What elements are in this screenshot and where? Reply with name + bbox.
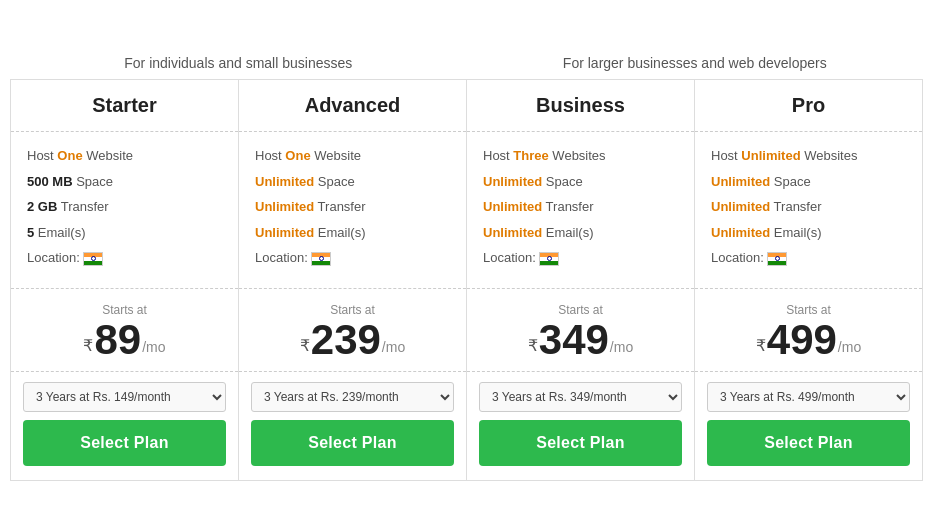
plan-dropdown-pro[interactable]: 3 Years at Rs. 499/month2 Years at Rs. 4…: [707, 382, 910, 412]
plan-select-area-pro: 3 Years at Rs. 499/month2 Years at Rs. 4…: [695, 372, 922, 480]
plan-dropdown-business[interactable]: 3 Years at Rs. 349/month2 Years at Rs. 3…: [479, 382, 682, 412]
section-header-right: For larger businesses and web developers: [467, 47, 924, 79]
feature-item-starter-0: Host One Website: [27, 146, 222, 166]
feature-item-pro-3: Unlimited Email(s): [711, 223, 906, 243]
price-amount-advanced: 239: [311, 319, 381, 361]
feature-item-starter-3: 5 Email(s): [27, 223, 222, 243]
india-flag-icon: [311, 252, 331, 266]
feature-item-advanced-0: Host One Website: [255, 146, 450, 166]
feature-item-business-2: Unlimited Transfer: [483, 197, 678, 217]
select-plan-button-business[interactable]: Select Plan: [479, 420, 682, 466]
plan-name-business: Business: [477, 94, 684, 117]
feature-item-starter-1: 500 MB Space: [27, 172, 222, 192]
price-period-pro: /mo: [838, 339, 861, 361]
starts-at-business: Starts at: [477, 303, 684, 317]
plan-header-starter: Starter: [11, 80, 238, 132]
price-period-starter: /mo: [142, 339, 165, 361]
plan-col-pro: ProHost Unlimited WebsitesUnlimited Spac…: [695, 80, 922, 480]
price-row-advanced: ₹239/mo: [249, 319, 456, 361]
india-flag-icon: [83, 252, 103, 266]
plan-header-business: Business: [467, 80, 694, 132]
feature-item-starter-2: 2 GB Transfer: [27, 197, 222, 217]
feature-item-advanced-2: Unlimited Transfer: [255, 197, 450, 217]
select-plan-button-pro[interactable]: Select Plan: [707, 420, 910, 466]
price-amount-starter: 89: [94, 319, 141, 361]
price-row-business: ₹349/mo: [477, 319, 684, 361]
india-flag-icon: [539, 252, 559, 266]
feature-item-pro-0: Host Unlimited Websites: [711, 146, 906, 166]
price-row-pro: ₹499/mo: [705, 319, 912, 361]
starts-at-pro: Starts at: [705, 303, 912, 317]
plan-col-advanced: AdvancedHost One WebsiteUnlimited SpaceU…: [239, 80, 467, 480]
plan-name-starter: Starter: [21, 94, 228, 117]
section-header-left: For individuals and small businesses: [10, 47, 467, 79]
price-period-advanced: /mo: [382, 339, 405, 361]
feature-item-pro-1: Unlimited Space: [711, 172, 906, 192]
currency-symbol-advanced: ₹: [300, 336, 310, 361]
plan-pricing-advanced: Starts at₹239/mo: [239, 289, 466, 372]
plan-col-business: BusinessHost Three WebsitesUnlimited Spa…: [467, 80, 695, 480]
plan-pricing-business: Starts at₹349/mo: [467, 289, 694, 372]
currency-symbol-pro: ₹: [756, 336, 766, 361]
currency-symbol-business: ₹: [528, 336, 538, 361]
select-plan-button-starter[interactable]: Select Plan: [23, 420, 226, 466]
plan-select-area-business: 3 Years at Rs. 349/month2 Years at Rs. 3…: [467, 372, 694, 480]
plan-header-pro: Pro: [695, 80, 922, 132]
price-row-starter: ₹89/mo: [21, 319, 228, 361]
feature-item-pro-4: Location:: [711, 248, 906, 268]
plan-name-advanced: Advanced: [249, 94, 456, 117]
plan-pricing-pro: Starts at₹499/mo: [695, 289, 922, 372]
plan-features-business: Host Three WebsitesUnlimited SpaceUnlimi…: [467, 132, 694, 289]
feature-item-pro-2: Unlimited Transfer: [711, 197, 906, 217]
india-flag-icon: [767, 252, 787, 266]
feature-item-advanced-1: Unlimited Space: [255, 172, 450, 192]
feature-item-business-4: Location:: [483, 248, 678, 268]
price-amount-pro: 499: [767, 319, 837, 361]
section-left-label: For individuals and small businesses: [124, 55, 352, 71]
starts-at-starter: Starts at: [21, 303, 228, 317]
plan-col-starter: StarterHost One Website500 MB Space2 GB …: [11, 80, 239, 480]
pricing-wrapper: For individuals and small businesses For…: [0, 37, 933, 491]
feature-item-business-1: Unlimited Space: [483, 172, 678, 192]
feature-item-advanced-3: Unlimited Email(s): [255, 223, 450, 243]
plan-features-starter: Host One Website500 MB Space2 GB Transfe…: [11, 132, 238, 289]
select-plan-button-advanced[interactable]: Select Plan: [251, 420, 454, 466]
section-right-label: For larger businesses and web developers: [563, 55, 827, 71]
feature-item-advanced-4: Location:: [255, 248, 450, 268]
feature-item-starter-4: Location:: [27, 248, 222, 268]
price-amount-business: 349: [539, 319, 609, 361]
price-period-business: /mo: [610, 339, 633, 361]
starts-at-advanced: Starts at: [249, 303, 456, 317]
section-headers: For individuals and small businesses For…: [10, 47, 923, 79]
plan-features-advanced: Host One WebsiteUnlimited SpaceUnlimited…: [239, 132, 466, 289]
plan-name-pro: Pro: [705, 94, 912, 117]
feature-item-business-3: Unlimited Email(s): [483, 223, 678, 243]
plan-select-area-starter: 3 Years at Rs. 149/month2 Years at Rs. 1…: [11, 372, 238, 480]
plan-dropdown-advanced[interactable]: 3 Years at Rs. 239/month2 Years at Rs. 2…: [251, 382, 454, 412]
currency-symbol-starter: ₹: [83, 336, 93, 361]
feature-item-business-0: Host Three Websites: [483, 146, 678, 166]
plan-select-area-advanced: 3 Years at Rs. 239/month2 Years at Rs. 2…: [239, 372, 466, 480]
plan-dropdown-starter[interactable]: 3 Years at Rs. 149/month2 Years at Rs. 1…: [23, 382, 226, 412]
plans-container: StarterHost One Website500 MB Space2 GB …: [10, 79, 923, 481]
plan-pricing-starter: Starts at₹89/mo: [11, 289, 238, 372]
plan-features-pro: Host Unlimited WebsitesUnlimited SpaceUn…: [695, 132, 922, 289]
plan-header-advanced: Advanced: [239, 80, 466, 132]
